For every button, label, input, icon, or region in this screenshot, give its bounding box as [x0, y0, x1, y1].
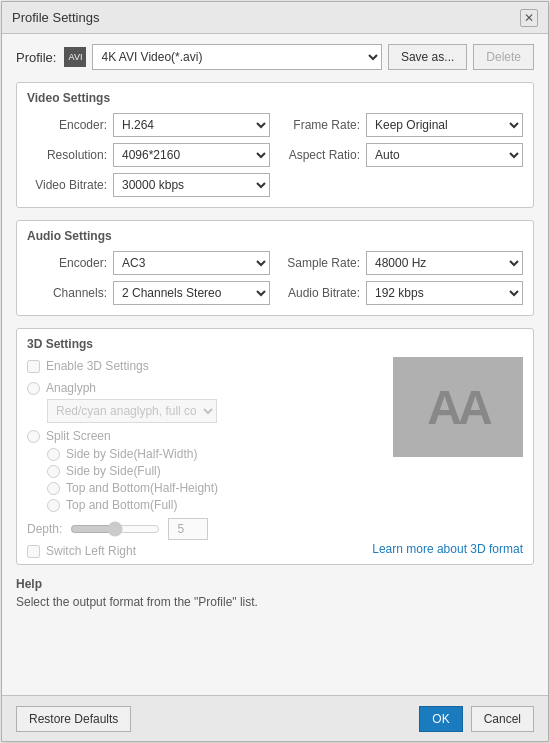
encoder-select[interactable]: H.264	[113, 113, 270, 137]
help-section: Help Select the output format from the "…	[16, 577, 534, 609]
profile-select[interactable]: 4K AVI Video(*.avi)	[92, 44, 381, 70]
side-by-side-full-row: Side by Side(Full)	[47, 464, 523, 478]
learn-more-link[interactable]: Learn more about 3D format	[372, 542, 523, 556]
title-bar: Profile Settings ✕	[2, 2, 548, 34]
split-screen-label: Split Screen	[46, 429, 111, 443]
audio-bitrate-select[interactable]: 192 kbps	[366, 281, 523, 305]
switch-left-right-checkbox[interactable]	[27, 545, 40, 558]
profile-row: Profile: AVI 4K AVI Video(*.avi) Save as…	[16, 44, 534, 70]
audio-encoder-label: Encoder:	[27, 256, 107, 270]
side-by-side-full-radio[interactable]	[47, 465, 60, 478]
channels-row: Channels: 2 Channels Stereo	[27, 281, 270, 305]
depth-row: Depth: 5	[27, 518, 523, 540]
resolution-label: Resolution:	[27, 148, 107, 162]
save-as-button[interactable]: Save as...	[388, 44, 467, 70]
audio-settings-section: Audio Settings Encoder: AC3 Sample Rate:…	[16, 220, 534, 316]
enable-3d-label: Enable 3D Settings	[46, 359, 149, 373]
dialog-title: Profile Settings	[12, 10, 99, 25]
preview-box: AA	[393, 357, 523, 457]
cancel-button[interactable]: Cancel	[471, 706, 534, 732]
top-bottom-full-label: Top and Bottom(Full)	[66, 498, 177, 512]
video-bitrate-row: Video Bitrate: 30000 kbps	[27, 173, 270, 197]
sample-rate-row: Sample Rate: 48000 Hz	[280, 251, 523, 275]
resolution-select[interactable]: 4096*2160	[113, 143, 270, 167]
depth-input[interactable]: 5	[168, 518, 208, 540]
audio-bitrate-label: Audio Bitrate:	[280, 286, 360, 300]
encoder-row: Encoder: H.264	[27, 113, 270, 137]
profile-label: Profile:	[16, 50, 56, 65]
anaglyph-select[interactable]: Red/cyan anaglyph, full color	[47, 399, 217, 423]
video-settings-title: Video Settings	[27, 91, 523, 105]
enable-3d-checkbox[interactable]	[27, 360, 40, 373]
top-bottom-full-radio[interactable]	[47, 499, 60, 512]
audio-encoder-select[interactable]: AC3	[113, 251, 270, 275]
anaglyph-radio[interactable]	[27, 382, 40, 395]
switch-left-right-label: Switch Left Right	[46, 544, 136, 558]
aspect-ratio-label: Aspect Ratio:	[280, 148, 360, 162]
delete-button[interactable]: Delete	[473, 44, 534, 70]
sample-rate-select[interactable]: 48000 Hz	[366, 251, 523, 275]
settings-3d-section: 3D Settings AA Enable 3D Settings Anagly…	[16, 328, 534, 565]
preview-text: AA	[427, 380, 488, 435]
top-bottom-half-row: Top and Bottom(Half-Height)	[47, 481, 523, 495]
split-screen-radio[interactable]	[27, 430, 40, 443]
side-by-side-half-label: Side by Side(Half-Width)	[66, 447, 197, 461]
empty-cell	[280, 173, 523, 197]
audio-settings-grid: Encoder: AC3 Sample Rate: 48000 Hz	[27, 251, 523, 305]
audio-settings-title: Audio Settings	[27, 229, 523, 243]
video-bitrate-select[interactable]: 30000 kbps	[113, 173, 270, 197]
profile-select-wrapper: AVI 4K AVI Video(*.avi) Save as... Delet…	[64, 44, 534, 70]
restore-defaults-button[interactable]: Restore Defaults	[16, 706, 131, 732]
side-by-side-full-label: Side by Side(Full)	[66, 464, 161, 478]
side-by-side-half-radio[interactable]	[47, 448, 60, 461]
content-area: Profile: AVI 4K AVI Video(*.avi) Save as…	[2, 34, 548, 695]
close-button[interactable]: ✕	[520, 9, 538, 27]
audio-bitrate-row: Audio Bitrate: 192 kbps	[280, 281, 523, 305]
top-bottom-full-row: Top and Bottom(Full)	[47, 498, 523, 512]
frame-rate-select[interactable]: Keep Original	[366, 113, 523, 137]
frame-rate-label: Frame Rate:	[280, 118, 360, 132]
footer-right: OK Cancel	[419, 706, 534, 732]
aspect-ratio-row: Aspect Ratio: Auto	[280, 143, 523, 167]
settings-3d-title: 3D Settings	[27, 337, 523, 351]
help-text: Select the output format from the "Profi…	[16, 595, 534, 609]
footer: Restore Defaults OK Cancel	[2, 695, 548, 741]
audio-encoder-row: Encoder: AC3	[27, 251, 270, 275]
help-title: Help	[16, 577, 534, 591]
video-settings-section: Video Settings Encoder: H.264 Frame Rate…	[16, 82, 534, 208]
top-bottom-half-radio[interactable]	[47, 482, 60, 495]
channels-select[interactable]: 2 Channels Stereo	[113, 281, 270, 305]
depth-label: Depth:	[27, 522, 62, 536]
profile-icon: AVI	[64, 47, 86, 67]
channels-label: Channels:	[27, 286, 107, 300]
video-settings-grid: Encoder: H.264 Frame Rate: Keep Original	[27, 113, 523, 197]
depth-slider[interactable]	[70, 521, 160, 537]
sample-rate-label: Sample Rate:	[280, 256, 360, 270]
video-bitrate-label: Video Bitrate:	[27, 178, 107, 192]
resolution-row: Resolution: 4096*2160	[27, 143, 270, 167]
aspect-ratio-select[interactable]: Auto	[366, 143, 523, 167]
ok-button[interactable]: OK	[419, 706, 462, 732]
top-bottom-half-label: Top and Bottom(Half-Height)	[66, 481, 218, 495]
frame-rate-row: Frame Rate: Keep Original	[280, 113, 523, 137]
dialog: Profile Settings ✕ Profile: AVI 4K AVI V…	[1, 1, 549, 742]
encoder-label: Encoder:	[27, 118, 107, 132]
anaglyph-label: Anaglyph	[46, 381, 96, 395]
